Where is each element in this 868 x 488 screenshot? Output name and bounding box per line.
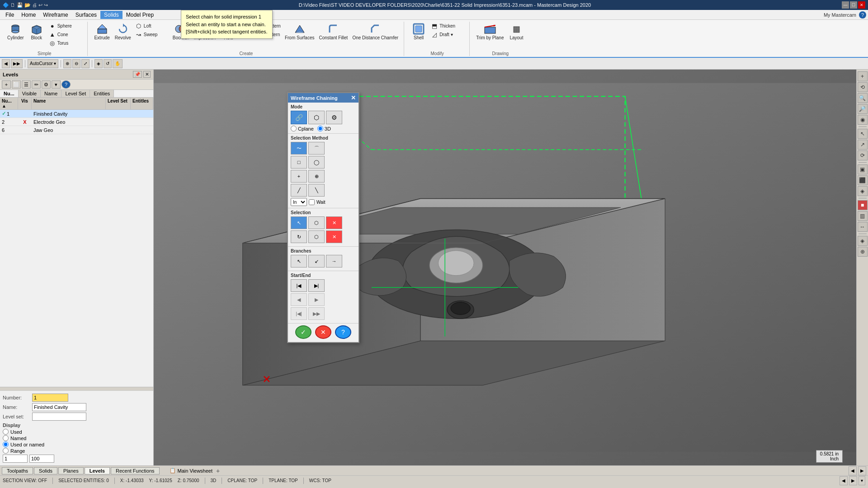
wfc-mode-3d-btn[interactable]: ⬡ bbox=[308, 111, 325, 124]
status-btn1[interactable]: ◀ bbox=[840, 476, 848, 485]
wfc-se3-btn[interactable]: ◀ bbox=[291, 293, 307, 306]
levelset-input[interactable] bbox=[32, 413, 86, 421]
menu-file[interactable]: File bbox=[2, 11, 18, 19]
wfc-sel-act4-btn[interactable]: ↻ bbox=[291, 230, 307, 243]
tab-recent-functions[interactable]: Recent Functions bbox=[111, 467, 160, 474]
levels-tab-nu[interactable]: Nu... bbox=[0, 90, 19, 97]
revolve-btn[interactable]: Revolve bbox=[113, 22, 133, 41]
tab-levels[interactable]: Levels bbox=[85, 467, 110, 474]
loft-btn[interactable]: ⬡ Loft bbox=[134, 22, 170, 30]
cone-btn[interactable]: ▲ Cone bbox=[47, 30, 84, 38]
rs-btn-view2[interactable]: ⬛ bbox=[858, 175, 868, 185]
levels-add-btn[interactable]: + bbox=[2, 80, 11, 89]
menu-solids[interactable]: Solids bbox=[100, 11, 123, 19]
levels-tab-name[interactable]: Name bbox=[41, 90, 61, 97]
rs-btn-settings1[interactable]: ■ bbox=[858, 200, 868, 210]
rs-btn-extra1[interactable]: ◈ bbox=[858, 236, 868, 246]
wfc-se1-btn[interactable]: |◀ bbox=[291, 279, 307, 292]
radio-named-input[interactable] bbox=[3, 435, 9, 441]
number-input[interactable] bbox=[32, 394, 68, 402]
wfc-sel-line1-btn[interactable]: ╱ bbox=[291, 184, 307, 197]
thicken-btn[interactable]: ⬒ Thicken bbox=[429, 22, 466, 30]
wfc-branch2-btn[interactable]: ↙ bbox=[308, 255, 325, 267]
rs-btn-zoom-out[interactable]: 🔎 bbox=[858, 104, 868, 114]
menu-surfaces[interactable]: Surfaces bbox=[72, 11, 100, 19]
wfc-se5-btn[interactable]: |◀| bbox=[291, 307, 307, 320]
help-icon[interactable]: ? bbox=[859, 11, 866, 19]
autocursor-btn[interactable]: AutoCursor ▾ bbox=[28, 59, 58, 68]
wfc-wait-checkbox[interactable] bbox=[309, 199, 315, 205]
wfc-radio-3d-label[interactable]: 3D bbox=[317, 126, 331, 131]
level-row-6[interactable]: 6 Jaw Geo bbox=[0, 126, 153, 134]
rs-btn-orbit[interactable]: ◉ bbox=[858, 115, 868, 125]
tab-toolpaths[interactable]: Toolpaths bbox=[2, 467, 33, 474]
rs-btn-fit[interactable]: ↗ bbox=[858, 140, 868, 150]
level-row-1[interactable]: ✓ 1 Finished Cavity bbox=[0, 110, 153, 118]
scroll-right-btn[interactable]: ▶ bbox=[858, 466, 866, 475]
viewport[interactable]: Wireframe Chaining ✕ Mode 🔗 ⬡ ⚙ Cplane bbox=[154, 70, 856, 465]
wfc-sel-add2-btn[interactable]: ⊕ bbox=[308, 170, 325, 183]
rs-btn-add[interactable]: + bbox=[858, 71, 868, 81]
status-btn3[interactable]: ▾ bbox=[859, 476, 865, 485]
view-back-btn[interactable]: ◀ bbox=[2, 59, 10, 68]
tab-planes[interactable]: Planes bbox=[58, 467, 84, 474]
wfc-ok-btn[interactable]: ✓ bbox=[295, 325, 311, 339]
wfc-sel-act1-btn[interactable]: ↖ bbox=[291, 216, 307, 229]
levels-tab-visible[interactable]: Visible bbox=[19, 90, 41, 97]
draft-btn[interactable]: ◿ Draft ▾ bbox=[429, 30, 466, 38]
wfc-se2-btn[interactable]: ▶| bbox=[308, 279, 325, 292]
rs-btn-view1[interactable]: ▣ bbox=[858, 164, 868, 174]
extrude-btn[interactable]: Extrude bbox=[92, 22, 112, 41]
save-btn[interactable]: 💾 bbox=[17, 2, 23, 8]
rs-btn-rotate[interactable]: ⟲ bbox=[858, 82, 868, 92]
level-row-2[interactable]: 2 X Electrode Geo bbox=[0, 118, 153, 126]
rs-btn-view3[interactable]: ◈ bbox=[858, 186, 868, 196]
wfc-title-bar[interactable]: Wireframe Chaining ✕ bbox=[288, 93, 359, 103]
rs-btn-extra2[interactable]: ⊕ bbox=[858, 247, 868, 257]
minimize-btn[interactable]: — bbox=[842, 1, 849, 9]
name-input[interactable] bbox=[32, 403, 86, 411]
levels-edit-btn[interactable]: ✏ bbox=[32, 80, 41, 89]
levels-tab-entities[interactable]: Entities bbox=[90, 90, 114, 97]
range-from-input[interactable] bbox=[3, 455, 28, 463]
wfc-sel-rect-btn[interactable]: □ bbox=[291, 156, 307, 169]
open-btn[interactable]: 📂 bbox=[24, 2, 31, 8]
trim-by-plane-btn[interactable]: Trim by Plane bbox=[474, 22, 505, 41]
wfc-mode-chain-btn[interactable]: 🔗 bbox=[291, 111, 307, 124]
rs-btn-settings2[interactable]: ▥ bbox=[858, 211, 868, 221]
rotate-btn[interactable]: ↺ bbox=[104, 59, 112, 68]
undo-btn[interactable]: ↩ bbox=[38, 2, 42, 8]
status-btn2[interactable]: ▶ bbox=[849, 476, 857, 485]
zoom-in-btn[interactable]: ⊕ bbox=[63, 59, 71, 68]
levels-layers-btn[interactable]: ⬜ bbox=[12, 80, 21, 89]
wfc-sel-add-btn[interactable]: + bbox=[291, 170, 307, 183]
wfc-mode-settings-btn[interactable]: ⚙ bbox=[326, 111, 342, 124]
levels-list-btn[interactable]: ☰ bbox=[22, 80, 31, 89]
levels-tab-levelset[interactable]: Level Set bbox=[61, 90, 90, 97]
scroll-left-btn[interactable]: ◀ bbox=[849, 466, 857, 475]
wfc-radio-cplane[interactable] bbox=[291, 126, 297, 131]
wfc-branch3-btn[interactable]: → bbox=[326, 255, 342, 267]
my-mastercam-label[interactable]: My Mastercam bbox=[824, 12, 856, 18]
rs-btn-refresh[interactable]: ⟳ bbox=[858, 150, 868, 160]
wfc-sel-line2-btn[interactable]: ╲ bbox=[308, 184, 325, 197]
block-btn[interactable]: Block bbox=[27, 22, 47, 41]
radio-used-input[interactable] bbox=[3, 429, 9, 435]
wfc-sel-act6-btn[interactable]: ✕ bbox=[326, 230, 342, 243]
menu-home[interactable]: Home bbox=[18, 11, 39, 19]
wfc-sel-chain-btn[interactable]: 〜 bbox=[291, 142, 307, 155]
one-distance-chamfer-btn[interactable]: One Distance Chamfer bbox=[350, 22, 400, 41]
layout-btn[interactable]: ▦ Layout bbox=[506, 22, 526, 41]
levels-settings-btn[interactable]: ⚙ bbox=[42, 80, 51, 89]
wfc-cancel-btn[interactable]: ✕ bbox=[315, 325, 331, 339]
range-to-input[interactable] bbox=[29, 455, 54, 463]
wfc-sel-partial-btn[interactable]: ⌒ bbox=[308, 142, 325, 155]
constant-fillet-btn[interactable]: Constant Fillet bbox=[317, 22, 349, 41]
radio-range-input[interactable] bbox=[3, 448, 9, 454]
print-btn[interactable]: 🖨 bbox=[32, 2, 37, 8]
wfc-radio-cplane-label[interactable]: Cplane bbox=[291, 126, 314, 131]
view3d-btn[interactable]: ◈ bbox=[94, 59, 103, 68]
radio-used-or-named-input[interactable] bbox=[3, 441, 9, 447]
redo-btn[interactable]: ↪ bbox=[44, 2, 48, 8]
levels-help-btn[interactable]: ? bbox=[61, 80, 71, 89]
